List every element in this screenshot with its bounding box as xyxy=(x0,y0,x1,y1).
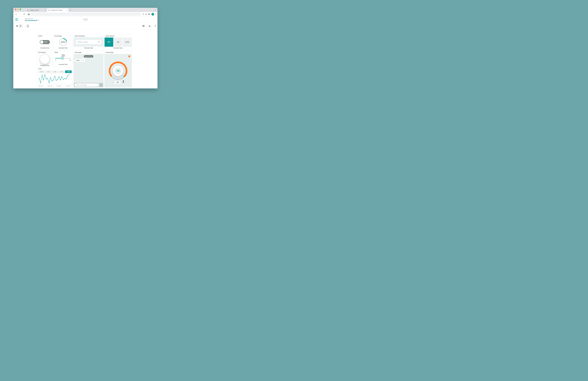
view-mode-segmented xyxy=(15,24,22,28)
bookmark-star-icon[interactable] xyxy=(145,13,147,15)
widget-title: Value Dropdown xyxy=(74,34,103,38)
widget-title: Messenger xyxy=(74,51,103,54)
svg-point-28 xyxy=(59,76,59,77)
brightness-min-icon: ○ xyxy=(112,82,113,83)
tab-title: Arduino Cloud xyxy=(30,9,39,11)
widget-value-dropdown: Value Dropdown Select a value... ▼ Examp… xyxy=(74,34,104,50)
messenger-compose xyxy=(74,83,103,87)
tabs-dropdown-icon[interactable] xyxy=(154,9,156,11)
widget-footer: Example Data xyxy=(54,47,73,50)
widget-footer: Example Data xyxy=(105,47,132,50)
widget-footer: Example Data xyxy=(74,47,103,50)
svg-rect-5 xyxy=(27,25,28,27)
chart-range-tab[interactable]: 1 D xyxy=(52,70,58,73)
widget-value-selector: Value Selector OFF ON AUTO Example Data xyxy=(105,34,132,50)
hue-marker-icon[interactable]: ◀ xyxy=(123,75,124,77)
mobile-preview-icon[interactable] xyxy=(27,25,29,27)
breadcrumb: Dashboard xyxy=(25,18,39,19)
selector-option[interactable]: AUTO xyxy=(123,38,132,47)
slider-min: 0 xyxy=(55,59,56,61)
message-time: 16:00 xyxy=(81,60,84,61)
close-window-icon[interactable] xyxy=(15,9,16,10)
dropdown-select[interactable]: Select a value... ▼ xyxy=(76,40,101,44)
svg-point-14 xyxy=(39,78,40,79)
svg-point-33 xyxy=(66,79,66,79)
reload-button[interactable] xyxy=(22,13,26,16)
close-tab-icon[interactable]: × xyxy=(45,9,46,11)
new-tab-button[interactable]: + xyxy=(69,8,72,12)
brightness-input[interactable] xyxy=(115,81,120,84)
widget-messenger: Messenger Mon 23 Oct Hello! 16:00 xyxy=(74,51,104,87)
caret-down-icon: ▼ xyxy=(98,41,100,43)
slider-value: 23 xyxy=(55,54,71,57)
message-input[interactable] xyxy=(74,83,99,87)
widget-footer: Example Data xyxy=(54,63,73,66)
address-bar: S xyxy=(13,12,157,17)
view-mode-button[interactable] xyxy=(15,24,19,28)
omnibox[interactable] xyxy=(26,13,141,16)
chart-range-tab[interactable]: LIVE xyxy=(65,70,72,73)
lock-icon xyxy=(28,14,29,15)
window-controls xyxy=(13,9,23,11)
globe-icon xyxy=(48,9,50,11)
divider xyxy=(24,24,25,28)
widget-title: Value Selector xyxy=(105,34,132,38)
widget-push-button: Push Button Example Data xyxy=(37,51,52,66)
back-button[interactable] xyxy=(15,13,18,16)
selector-option[interactable]: ON xyxy=(114,38,123,47)
svg-point-26 xyxy=(56,80,56,81)
svg-point-27 xyxy=(57,79,58,80)
selector-option[interactable]: OFF xyxy=(105,38,113,47)
widget-slider: Slider 23 0 50 Example Data xyxy=(53,51,73,66)
chart-xtick: 15:57:20 xyxy=(57,85,61,87)
chart-range-tabs: 15 D7 D1 D1 HLIVE xyxy=(38,70,72,73)
chart-xtick: 15:57:15 xyxy=(48,85,52,87)
toggle-knob xyxy=(40,41,43,44)
sidebar-toggle-icon[interactable] xyxy=(15,18,18,21)
message-text: Hello! xyxy=(76,60,80,61)
info-icon[interactable]: i xyxy=(155,24,156,27)
browser-tab[interactable]: Arduino IoT Cloud × xyxy=(47,8,68,12)
slider-track[interactable] xyxy=(55,58,71,59)
send-button[interactable] xyxy=(100,84,103,86)
widget-title: Colored light xyxy=(105,51,132,54)
edit-mode-button[interactable] xyxy=(19,24,22,28)
minimize-window-icon[interactable] xyxy=(17,9,19,10)
percentage-value: 22% xyxy=(59,38,67,46)
svg-point-35 xyxy=(69,74,69,75)
push-button[interactable] xyxy=(40,54,50,64)
svg-point-31 xyxy=(63,79,63,80)
profile-avatar[interactable]: S xyxy=(151,13,154,16)
chart-range-tab[interactable]: 7 D xyxy=(45,70,51,73)
panel-toggle-icon[interactable] xyxy=(148,13,150,15)
download-icon[interactable] xyxy=(148,25,151,27)
svg-point-4 xyxy=(17,25,18,26)
slider-thumb[interactable] xyxy=(61,57,64,59)
share-icon[interactable] xyxy=(142,13,144,15)
close-tab-icon[interactable]: × xyxy=(66,9,67,11)
toggle-label: OFF xyxy=(44,41,47,43)
chart-range-tab[interactable]: 15 D xyxy=(38,70,45,73)
arduino-logo-icon xyxy=(83,18,88,21)
toggle-switch[interactable]: OFF xyxy=(40,40,50,44)
light-state-label[interactable]: ON xyxy=(115,68,121,74)
svg-point-25 xyxy=(54,76,55,76)
zoom-window-icon[interactable] xyxy=(20,9,21,10)
chart-range-tab[interactable]: 1 H xyxy=(59,70,65,73)
svg-point-15 xyxy=(40,83,41,83)
chart-xticks: 15:57:1015:57:1515:57:2015:57:25 xyxy=(39,85,70,87)
svg-point-34 xyxy=(67,76,68,76)
dashboard-title-dropdown[interactable]: My Dashboard ▼ xyxy=(25,19,39,21)
widget-title: Push Button xyxy=(37,51,52,54)
svg-rect-1 xyxy=(149,14,149,15)
widget-switch: Switch OFF Example Data xyxy=(37,34,52,50)
widget-percentage: Percentage 22% Example Data xyxy=(53,34,73,50)
share-icon[interactable] xyxy=(142,25,145,27)
color-wheel[interactable]: ON ◀ xyxy=(108,61,128,81)
caret-down-icon: ▼ xyxy=(38,20,39,21)
app-header: Dashboard My Dashboard ▼ xyxy=(13,17,157,22)
widget-colored-light: Colored light ON ◀ ○ xyxy=(105,51,132,87)
browser-tab[interactable]: Arduino Cloud × xyxy=(26,8,47,12)
widget-title: Chart xyxy=(37,67,73,70)
kebab-menu-icon[interactable] xyxy=(155,13,156,15)
